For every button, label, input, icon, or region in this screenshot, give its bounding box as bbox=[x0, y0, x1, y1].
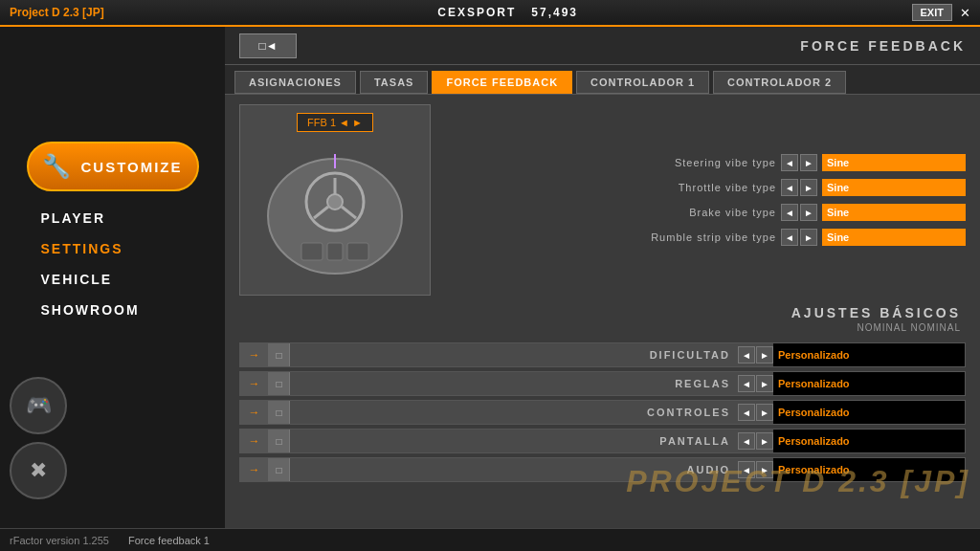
controles-nav-arrow[interactable]: → bbox=[240, 401, 269, 424]
throttle-vibe-prev[interactable]: ◄ bbox=[781, 179, 798, 196]
ffb-controller-label[interactable]: FFB 1 ◄ ► bbox=[297, 113, 373, 132]
steering-wheel-icon[interactable]: 🎮 bbox=[10, 377, 67, 434]
sidebar-item-vehicle[interactable]: VEHICLE bbox=[27, 264, 199, 295]
audio-icon: □ bbox=[269, 458, 290, 481]
close-icon[interactable]: ✕ bbox=[960, 6, 970, 20]
reglas-next[interactable]: ► bbox=[756, 375, 773, 392]
ajustes-header: AJUSTES BÁSICOS bbox=[239, 305, 966, 320]
brake-vibe-next[interactable]: ► bbox=[800, 204, 817, 221]
svg-rect-8 bbox=[347, 243, 368, 260]
steering-vibe-prev[interactable]: ◄ bbox=[781, 154, 798, 171]
tab-force-feedback[interactable]: FORCE FEEDBACK bbox=[432, 71, 572, 94]
controles-controls: ◄ ► bbox=[738, 404, 773, 421]
frame-icon: □ bbox=[258, 39, 265, 53]
steering-vibe-row: Steering vibe type ◄ ► Sine bbox=[445, 154, 966, 171]
dificultad-next[interactable]: ► bbox=[756, 346, 773, 364]
dificultad-icon: □ bbox=[269, 343, 290, 366]
svg-point-2 bbox=[327, 194, 343, 209]
sidebar: 🔧 CUSTOMIZE PLAYER SETTINGS VEHICLE SHOW… bbox=[0, 27, 225, 528]
tab-controlador1[interactable]: CONTROLADOR 1 bbox=[576, 71, 709, 94]
main-header: □ ◄ FORCE FEEDBACK bbox=[225, 27, 980, 65]
reglas-prev[interactable]: ◄ bbox=[738, 375, 755, 392]
dificultad-row: → □ DIFICULTAD ◄ ► Personalizado bbox=[239, 342, 966, 367]
brake-vibe-value: Sine bbox=[822, 204, 966, 221]
ajustes-title: AJUSTES BÁSICOS bbox=[791, 305, 961, 320]
reglas-value: Personalizado bbox=[773, 372, 965, 395]
steering-vibe-controls: ◄ ► bbox=[781, 154, 817, 171]
audio-next[interactable]: ► bbox=[756, 461, 773, 478]
ffb-controller-panel: FFB 1 ◄ ► bbox=[239, 104, 431, 296]
ajustes-subtitle: NOMINAL NOMINAL bbox=[239, 322, 966, 333]
brake-vibe-label: Brake vibe type bbox=[623, 207, 776, 218]
controles-value: Personalizado bbox=[773, 401, 965, 424]
tab-controlador2[interactable]: CONTROLADOR 2 bbox=[713, 71, 846, 94]
sidebar-item-settings[interactable]: SETTINGS bbox=[27, 233, 199, 264]
throttle-vibe-label: Throttle vibe type bbox=[623, 182, 776, 193]
controles-icon: □ bbox=[269, 401, 290, 424]
throttle-vibe-next[interactable]: ► bbox=[800, 179, 817, 196]
reglas-controls: ◄ ► bbox=[738, 375, 773, 392]
dificultad-nav-arrow[interactable]: → bbox=[240, 343, 269, 366]
pantalla-nav-arrow[interactable]: → bbox=[240, 430, 269, 452]
tab-tasas[interactable]: TASAS bbox=[360, 71, 428, 94]
reglas-nav-arrow[interactable]: → bbox=[240, 372, 269, 395]
dificultad-prev[interactable]: ◄ bbox=[738, 346, 755, 364]
rumble-vibe-row: Rumble strip vibe type ◄ ► Sine bbox=[445, 229, 966, 246]
rumble-vibe-prev[interactable]: ◄ bbox=[781, 229, 798, 246]
section-title: FORCE FEEDBACK bbox=[800, 38, 966, 54]
audio-row: → □ AUDIO ◄ ► Personalizado bbox=[239, 457, 966, 482]
audio-nav-arrow[interactable]: → bbox=[240, 458, 269, 481]
audio-prev[interactable]: ◄ bbox=[738, 461, 755, 478]
ffb-section: FFB 1 ◄ ► bbox=[239, 104, 966, 296]
throttle-vibe-value: Sine bbox=[822, 179, 966, 196]
controles-prev[interactable]: ◄ bbox=[738, 404, 755, 421]
audio-label: AUDIO bbox=[290, 464, 738, 475]
brake-vibe-prev[interactable]: ◄ bbox=[781, 204, 798, 221]
controles-next[interactable]: ► bbox=[756, 404, 773, 421]
brake-vibe-controls: ◄ ► bbox=[781, 204, 817, 221]
throttle-vibe-controls: ◄ ► bbox=[781, 179, 817, 196]
pantalla-controls: ◄ ► bbox=[738, 432, 773, 450]
customize-button[interactable]: 🔧 CUSTOMIZE bbox=[27, 142, 199, 191]
rumble-vibe-label: Rumble strip vibe type bbox=[623, 231, 776, 243]
sidebar-item-showroom[interactable]: SHOWROOM bbox=[27, 295, 199, 325]
sidebar-item-player[interactable]: PLAYER bbox=[27, 203, 199, 233]
credits-display: CEXSPORT 57,493 bbox=[437, 6, 578, 19]
steering-vibe-next[interactable]: ► bbox=[800, 154, 817, 171]
bottom-bar: rFactor version 1.255 Force feedback 1 bbox=[0, 528, 980, 551]
pantalla-next[interactable]: ► bbox=[756, 432, 773, 450]
audio-value: Personalizado bbox=[773, 458, 965, 481]
main-content: □ ◄ FORCE FEEDBACK ASIGNACIONES TASAS FO… bbox=[225, 27, 980, 528]
reglas-label: REGLAS bbox=[290, 378, 738, 389]
sidebar-icons: 🎮 ✖ bbox=[10, 377, 67, 499]
dificultad-label: DIFICULTAD bbox=[290, 349, 738, 361]
status-text: Force feedback 1 bbox=[128, 535, 210, 546]
steering-vibe-label: Steering vibe type bbox=[623, 157, 776, 168]
throttle-vibe-row: Throttle vibe type ◄ ► Sine bbox=[445, 179, 966, 196]
pantalla-row: → □ PANTALLA ◄ ► Personalizado bbox=[239, 429, 966, 453]
svg-rect-6 bbox=[301, 243, 323, 260]
pantalla-prev[interactable]: ◄ bbox=[738, 432, 755, 450]
reglas-row: → □ REGLAS ◄ ► Personalizado bbox=[239, 371, 966, 396]
back-arrow-icon: ◄ bbox=[266, 39, 278, 53]
back-button[interactable]: □ ◄ bbox=[239, 33, 297, 58]
project-title: Project D 2.3 [JP] bbox=[10, 6, 104, 19]
basic-settings: → □ DIFICULTAD ◄ ► Personalizado → □ REG… bbox=[239, 342, 966, 482]
audio-controls: ◄ ► bbox=[738, 461, 773, 478]
rumble-vibe-next[interactable]: ► bbox=[800, 229, 817, 246]
wrench-icon: 🔧 bbox=[42, 153, 71, 180]
rumble-vibe-controls: ◄ ► bbox=[781, 229, 817, 246]
main-content-area: FFB 1 ◄ ► bbox=[225, 95, 980, 528]
tab-asignaciones[interactable]: ASIGNACIONES bbox=[234, 71, 356, 94]
wheel-diagram bbox=[258, 140, 412, 283]
dificultad-value: Personalizado bbox=[773, 343, 965, 366]
reglas-icon: □ bbox=[269, 372, 290, 395]
pantalla-icon: □ bbox=[269, 430, 290, 452]
controles-label: CONTROLES bbox=[290, 407, 738, 418]
controles-row: → □ CONTROLES ◄ ► Personalizado bbox=[239, 400, 966, 425]
version-text: rFactor version 1.255 bbox=[10, 535, 109, 546]
exit-button[interactable]: EXIT bbox=[912, 4, 952, 21]
top-bar: Project D 2.3 [JP] CEXSPORT 57,493 EXIT … bbox=[0, 0, 980, 27]
settings-icon[interactable]: ✖ bbox=[10, 442, 67, 499]
pantalla-label: PANTALLA bbox=[290, 435, 738, 447]
